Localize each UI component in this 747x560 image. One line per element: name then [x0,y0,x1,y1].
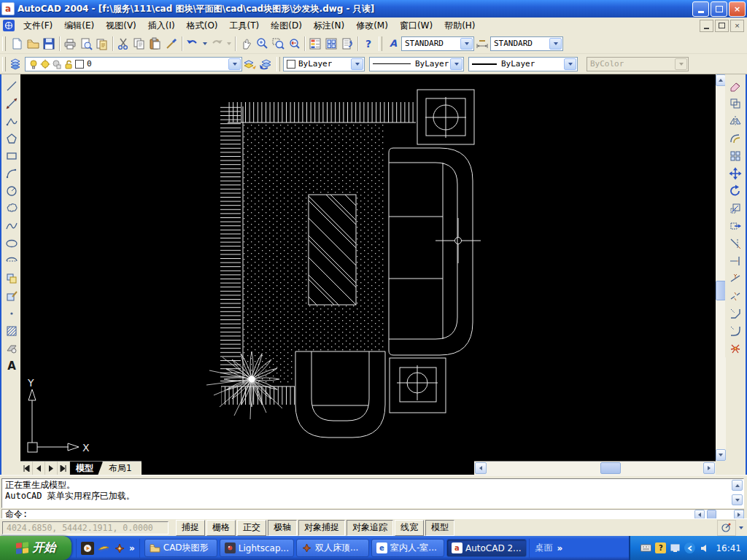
start-button[interactable]: 开始 [0,536,71,560]
tab-next-button[interactable] [45,462,58,475]
break-at-point-icon[interactable] [727,270,744,287]
new-icon[interactable] [9,36,25,52]
task-cad-blocks[interactable]: CAD块图形 [144,539,217,557]
toolbar-grip[interactable] [379,36,382,51]
canvas-vertical-scrollbar[interactable] [716,74,726,461]
polyline-icon[interactable] [3,112,20,130]
offset-icon[interactable] [727,130,744,147]
hide-icons-button[interactable] [684,542,695,553]
menu-edit[interactable]: 编辑(E) [58,18,100,34]
fillet-icon[interactable] [727,322,744,340]
model-toggle[interactable]: 模型 [425,520,454,536]
menu-draw[interactable]: 绘图(D) [265,18,308,34]
volume-icon[interactable] [699,542,710,553]
spline-icon[interactable] [3,217,20,235]
construction-line-icon[interactable] [3,95,20,112]
layer-manager-icon[interactable] [9,56,25,72]
keyboard-layout-icon[interactable] [640,542,651,553]
help-icon[interactable]: ? [360,36,376,52]
mdi-minimize-button[interactable] [700,20,713,32]
undo-icon[interactable] [185,36,201,52]
tab-first-button[interactable] [20,462,33,475]
tab-model[interactable]: 模型 [70,462,103,475]
scroll-up-button[interactable] [716,74,726,86]
trim-icon[interactable] [727,235,744,252]
layer-previous-icon[interactable] [258,56,274,72]
osnap-toggle[interactable]: 对象捕捉 [298,520,345,536]
properties-icon[interactable] [307,36,323,52]
toolbar-grip[interactable] [276,57,280,71]
rectangle-icon[interactable] [3,147,20,165]
circle-icon[interactable] [3,182,20,200]
menu-window[interactable]: 窗口(W) [394,18,438,34]
dim-style-combo[interactable]: STANDARD [490,36,563,51]
erase-icon[interactable] [727,77,744,95]
menu-tools[interactable]: 工具(T) [224,18,266,34]
layer-on-icon[interactable] [28,59,39,69]
ellipse-arc-icon[interactable] [3,252,20,270]
insert-block-icon[interactable] [3,270,20,287]
publish-icon[interactable] [94,36,110,52]
combo-arrow-icon[interactable] [564,58,576,70]
vertical-scroll-thumb[interactable] [716,281,726,300]
communication-center-icon[interactable] [717,520,736,536]
plot-preview-icon[interactable] [78,36,94,52]
scale-icon[interactable] [727,200,744,217]
paste-icon[interactable] [147,36,163,52]
mirror-icon[interactable] [727,112,744,130]
armchair[interactable] [295,351,385,438]
toolbar-grip[interactable] [2,36,6,51]
combo-arrow-icon[interactable] [228,58,241,70]
zoom-realtime-icon[interactable] [254,36,270,52]
display-settings-icon[interactable] [670,542,681,553]
array-icon[interactable] [727,147,744,165]
status-overflow-icon[interactable] [739,526,743,532]
hatch-icon[interactable] [3,322,20,340]
chamfer-icon[interactable] [727,305,744,322]
minimize-button[interactable] [692,1,709,17]
lineweight-combo[interactable]: ByLayer [468,57,578,71]
command-history[interactable]: 正在重生成模型。 AutoCAD 菜单实用程序已加载。 [1,478,744,508]
help-tray-icon[interactable]: ? [655,542,666,553]
scroll-down-button[interactable] [732,494,743,505]
redo-icon[interactable] [209,36,225,52]
extend-icon[interactable] [727,252,744,270]
ellipse-icon[interactable] [3,235,20,252]
move-icon[interactable] [727,165,744,182]
menu-insert[interactable]: 插入(I) [142,18,181,34]
text-style-icon[interactable]: A [385,36,401,52]
arc-icon[interactable] [3,165,20,182]
lineweight-toggle[interactable]: 线宽 [395,520,424,536]
menu-view[interactable]: 视图(V) [100,18,142,34]
combo-arrow-icon[interactable] [351,58,363,70]
plot-icon[interactable] [62,36,78,52]
multiline-text-icon[interactable]: A [3,357,20,375]
menu-format[interactable]: 格式(O) [181,18,224,34]
tool-palettes-icon[interactable] [339,36,355,52]
ortho-toggle[interactable]: 正交 [237,520,266,536]
media-player-icon[interactable] [81,542,94,555]
combo-arrow-icon[interactable] [549,38,562,50]
revision-cloud-icon[interactable] [3,200,20,217]
close-button[interactable]: × [729,1,746,17]
layer-combo[interactable]: 0 [25,57,242,71]
tab-prev-button[interactable] [33,462,45,475]
mdi-restore-button[interactable] [715,20,729,32]
zoom-window-icon[interactable] [270,36,286,52]
region-icon[interactable] [3,340,20,357]
horizontal-scroll-thumb[interactable] [600,462,621,474]
scroll-up-button[interactable] [732,480,743,491]
painter-icon[interactable] [113,542,126,555]
acdsee-icon[interactable] [97,542,110,555]
command-history-scrollbar[interactable] [731,480,743,507]
task-autocad[interactable]: a AutoCAD 2... [446,539,527,557]
combo-arrow-icon[interactable] [450,58,462,70]
layer-thaw-icon[interactable] [40,59,50,69]
match-properties-icon[interactable] [163,36,179,52]
menu-dimension[interactable]: 标注(N) [308,18,350,34]
task-double-bed[interactable]: 双人床顶... [296,539,369,557]
task-lightscape[interactable]: Lightscap... [220,539,294,557]
zoom-previous-icon[interactable] [286,36,302,52]
make-block-icon[interactable] [3,287,20,305]
end-table-top[interactable] [417,90,474,144]
